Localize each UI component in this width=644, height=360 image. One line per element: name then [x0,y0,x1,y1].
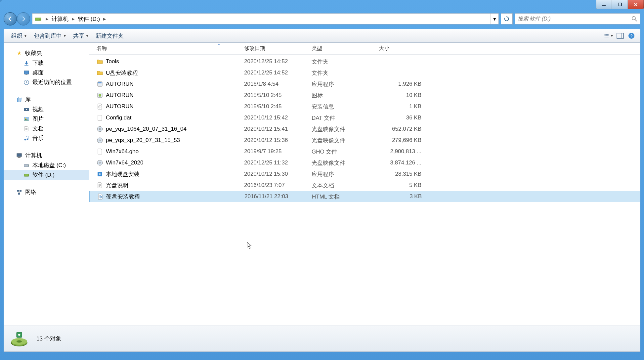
address-bar[interactable]: ▶ 计算机 ▶ 软件 (D:) ▶ ▾ [32,13,499,24]
organize-button[interactable]: 组织 ▼ [8,31,30,41]
file-name: 本地硬盘安装 [106,170,140,178]
picture-icon [23,116,30,122]
file-size: 36 KB [376,114,425,121]
file-name: Config.dat [106,114,132,121]
chevron-down-icon: ▼ [24,34,27,38]
recent-icon [23,79,30,86]
svg-point-30 [27,138,28,140]
file-date: 2016/1/8 4:54 [241,81,308,87]
sidebar-computer[interactable]: 计算机 [4,150,89,160]
breadcrumb-computer[interactable]: 计算机 [50,15,70,23]
close-button[interactable] [628,0,644,9]
file-name: pe_yqs_1064_20_07_31_16_04 [106,126,187,132]
forward-button[interactable] [17,12,30,25]
breadcrumb-separator-icon: ▶ [44,17,50,21]
file-type: DAT 文件 [308,114,376,122]
search-icon [631,16,637,22]
file-size: 5 KB [376,182,425,189]
column-size[interactable]: 大小 [376,43,425,54]
svg-point-37 [28,175,28,175]
file-list[interactable]: Tools2020/12/25 14:52文件夹U盘安装教程2020/12/25… [89,55,640,326]
file-row[interactable]: AUTORUN2015/5/10 2:45安装信息1 KB [89,101,640,112]
file-name: 光盘说明 [106,182,128,189]
minimize-button[interactable] [596,0,612,9]
file-icon [97,92,103,99]
sidebar-item-drive-d[interactable]: 软件 (D:) [4,170,89,180]
sidebar-favorites[interactable]: ★ 收藏夹 [4,48,89,58]
file-icon [97,114,103,121]
file-row[interactable]: AUTORUN2015/5/10 2:45图标10 KB [89,90,640,101]
file-type: 文件夹 [308,58,376,66]
view-mode-button[interactable]: ▼ [604,31,614,40]
column-type[interactable]: 类型 [308,43,376,54]
chevron-down-icon: ▼ [610,34,614,38]
toolbar: 组织 ▼ 包含到库中 ▼ 共享 ▼ 新建文件夹 ▼ ? [4,29,640,43]
refresh-button[interactable] [501,13,513,24]
help-button[interactable]: ? [627,31,636,40]
sidebar-item-desktop[interactable]: 桌面 [4,68,89,77]
breadcrumb-drive[interactable]: 软件 (D:) [76,15,101,23]
sidebar-item-videos[interactable]: 视频 [4,105,89,114]
sidebar-item-music[interactable]: 音乐 [4,133,89,143]
preview-pane-button[interactable] [616,31,625,40]
file-size: 652,072 KB [376,126,425,132]
nav-buttons [4,12,30,25]
chevron-down-icon: ▼ [86,34,89,38]
file-date: 2020/12/25 14:52 [241,58,308,65]
sidebar-label: 计算机 [25,152,42,159]
sidebar-item-label: 视频 [32,106,44,113]
svg-point-53 [99,162,101,163]
drive-icon [34,15,42,22]
sidebar-item-pictures[interactable]: 图片 [4,114,89,124]
column-date[interactable]: 修改日期 [241,43,308,54]
address-dropdown[interactable]: ▾ [491,14,498,24]
file-date: 2020/12/25 14:52 [241,69,308,76]
drive-d-icon [23,172,30,178]
file-date: 2020/10/12 15:42 [241,114,308,121]
svg-text:?: ? [630,33,633,38]
svg-point-61 [17,340,22,342]
file-type: HTML 文档 [309,193,376,201]
include-in-library-button[interactable]: 包含到库中 ▼ [30,31,70,41]
sidebar-library[interactable]: 库 [4,94,89,105]
sidebar-item-label: 最近访问的位置 [32,78,72,86]
file-row[interactable]: 光盘说明2016/10/23 7:07文本文档5 KB [89,180,640,191]
svg-rect-20 [17,98,18,102]
file-row[interactable]: AUTORUN2016/1/8 4:54应用程序1,926 KB [89,78,640,90]
sidebar-item-label: 本地磁盘 (C:) [32,161,66,169]
window-controls [596,0,644,9]
svg-point-26 [25,118,26,119]
back-button[interactable] [4,12,17,25]
file-row[interactable]: 本地硬盘安装2020/10/12 15:30应用程序28,315 KB [89,168,640,180]
share-button[interactable]: 共享 ▼ [70,31,92,41]
file-row[interactable]: 硬盘安装教程2016/11/21 22:03HTML 文档3 KB [89,191,640,202]
sidebar-network[interactable]: 网络 [4,187,89,197]
file-row[interactable]: Config.dat2020/10/12 15:42DAT 文件36 KB [89,112,640,123]
file-row[interactable]: Win7x64.gho2019/9/7 19:25GHO 文件2,900,813… [89,146,640,157]
breadcrumb-separator-icon: ▶ [101,17,108,21]
sidebar-item-recent[interactable]: 最近访问的位置 [4,77,89,87]
file-row[interactable]: pe_yqs_1064_20_07_31_16_042020/10/12 15:… [89,123,640,135]
svg-rect-32 [18,157,20,158]
sidebar-item-label: 下载 [32,59,44,67]
sidebar-item-label: 文档 [32,125,44,132]
search-input[interactable] [518,16,631,22]
svg-rect-17 [24,71,29,74]
file-date: 2015/5/10 2:45 [241,92,308,99]
sidebar-item-documents[interactable]: 文档 [4,124,89,133]
file-row[interactable]: U盘安装教程2020/12/25 14:52文件夹 [89,67,640,78]
file-row[interactable]: Tools2020/12/25 14:52文件夹 [89,56,640,67]
sidebar-item-downloads[interactable]: 下载 [4,58,89,68]
sidebar-item-drive-c[interactable]: 本地磁盘 (C:) [4,160,89,170]
search-box[interactable] [515,13,640,24]
download-icon [23,60,30,67]
file-row[interactable]: pe_yqs_xp_20_07_31_15_532020/10/12 15:36… [89,135,640,146]
file-row[interactable]: Win7x64_20202020/12/25 11:32光盘映像文件3,874,… [89,157,640,168]
sidebar-item-label: 软件 (D:) [32,171,55,179]
maximize-button[interactable] [612,0,628,9]
column-name[interactable]: 名称▲ [93,43,241,54]
drive-c-icon [23,162,30,169]
file-name: Win7x64.gho [106,148,139,155]
new-folder-button[interactable]: 新建文件夹 [92,31,127,41]
file-type: 光盘映像文件 [308,159,376,167]
